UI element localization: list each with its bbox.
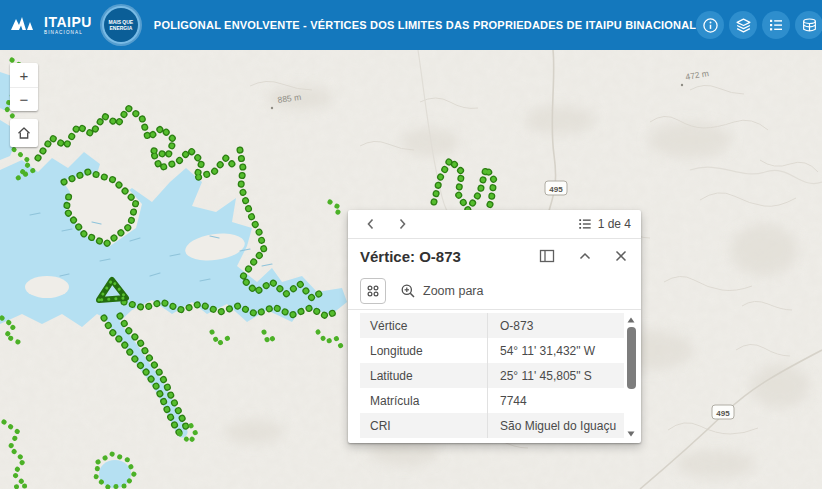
mais-que-energia-badge: MAIS QUE ENERGIA xyxy=(104,8,138,42)
info-icon xyxy=(702,17,719,34)
previous-feature-button[interactable] xyxy=(358,213,382,235)
basemap-database-icon xyxy=(801,17,818,34)
zoom-out-button[interactable]: − xyxy=(10,87,38,111)
app-window: ITAIPU BINACIONAL MAIS QUE ENERGIA POLIG… xyxy=(0,0,822,489)
feature-count-label: 1 de 4 xyxy=(598,217,631,231)
chevron-left-icon xyxy=(366,218,375,230)
field-value: 7744 xyxy=(487,388,624,413)
table-row: Latitude 25° 11' 45,805" S xyxy=(360,363,624,388)
itaipu-logo: ITAIPU BINACIONAL MAIS QUE ENERGIA xyxy=(10,8,138,42)
legend-list-icon xyxy=(768,17,784,33)
table-row: Matrícula 7744 xyxy=(360,388,624,413)
zoom-controls: + − xyxy=(10,63,38,111)
itaipu-logo-mark xyxy=(10,15,40,35)
scrollbar-track[interactable] xyxy=(627,324,636,429)
popup-title: Vértice: O-873 xyxy=(360,248,461,265)
field-label: Latitude xyxy=(360,363,487,388)
chevron-up-icon xyxy=(579,252,591,260)
basemap-button[interactable] xyxy=(795,11,822,39)
layers-icon xyxy=(735,17,752,34)
scroll-up-button[interactable] xyxy=(627,315,635,324)
next-feature-button[interactable] xyxy=(390,213,414,235)
collapse-button[interactable] xyxy=(579,252,591,260)
table-scrollbar xyxy=(624,313,638,438)
grid-dots-icon xyxy=(365,283,381,299)
legend-button[interactable] xyxy=(762,11,790,39)
info-button[interactable] xyxy=(696,11,724,39)
field-label: Longitude xyxy=(360,338,487,363)
chevron-right-icon xyxy=(398,218,407,230)
triangle-down-icon xyxy=(627,431,635,437)
feature-list-icon[interactable] xyxy=(578,217,592,231)
header-toolbar xyxy=(696,11,822,39)
home-icon xyxy=(16,125,32,141)
feature-menu-button[interactable] xyxy=(360,278,386,304)
page-title: POLIGONAL ENVOLVENTE - VÉRTICES DOS LIMI… xyxy=(154,19,696,31)
brand-subtitle: BINACIONAL xyxy=(44,31,92,36)
zoom-in-button[interactable]: + xyxy=(10,63,38,87)
close-icon xyxy=(615,250,627,262)
zoom-to-action[interactable]: Zoom para xyxy=(400,283,483,299)
table-row: CRI São Miguel do Iguaçu xyxy=(360,413,624,438)
dock-icon xyxy=(539,249,555,263)
popup-pagination-bar: 1 de 4 xyxy=(348,210,641,239)
popup-actions: Zoom para xyxy=(348,273,641,310)
field-value: 54° 11' 31,432" W xyxy=(487,338,624,363)
table-row: Vértice O-873 xyxy=(360,313,624,338)
feature-count: 1 de 4 xyxy=(578,217,631,231)
popup-header: Vértice: O-873 xyxy=(348,239,641,273)
route-shield: 495 xyxy=(712,405,734,419)
zoom-to-label: Zoom para xyxy=(423,284,483,298)
field-label: Matrícula xyxy=(360,388,487,413)
layers-button[interactable] xyxy=(729,11,757,39)
field-value: O-873 xyxy=(487,313,624,338)
app-header: ITAIPU BINACIONAL MAIS QUE ENERGIA POLIG… xyxy=(0,0,822,50)
svg-text:495: 495 xyxy=(549,185,563,194)
home-button[interactable] xyxy=(10,119,38,147)
scroll-down-button[interactable] xyxy=(627,429,635,438)
attribute-table: Vértice O-873 Longitude 54° 11' 31,432" … xyxy=(360,313,624,438)
scrollbar-thumb[interactable] xyxy=(627,327,636,389)
field-label: CRI xyxy=(360,413,487,438)
triangle-up-icon xyxy=(627,317,635,323)
feature-popup: 1 de 4 Vértice: O-873 xyxy=(348,210,641,443)
svg-text:495: 495 xyxy=(716,409,730,418)
table-row: Longitude 54° 11' 31,432" W xyxy=(360,338,624,363)
dock-button[interactable] xyxy=(539,249,555,263)
field-value: 25° 11' 45,805" S xyxy=(487,363,624,388)
attribute-table-area: Vértice O-873 Longitude 54° 11' 31,432" … xyxy=(348,310,641,443)
brand-name: ITAIPU xyxy=(44,15,92,29)
route-shield: 495 xyxy=(545,181,567,195)
zoom-to-icon xyxy=(400,283,416,299)
field-label: Vértice xyxy=(360,313,487,338)
field-value: São Miguel do Iguaçu xyxy=(487,413,624,438)
close-button[interactable] xyxy=(615,250,627,262)
